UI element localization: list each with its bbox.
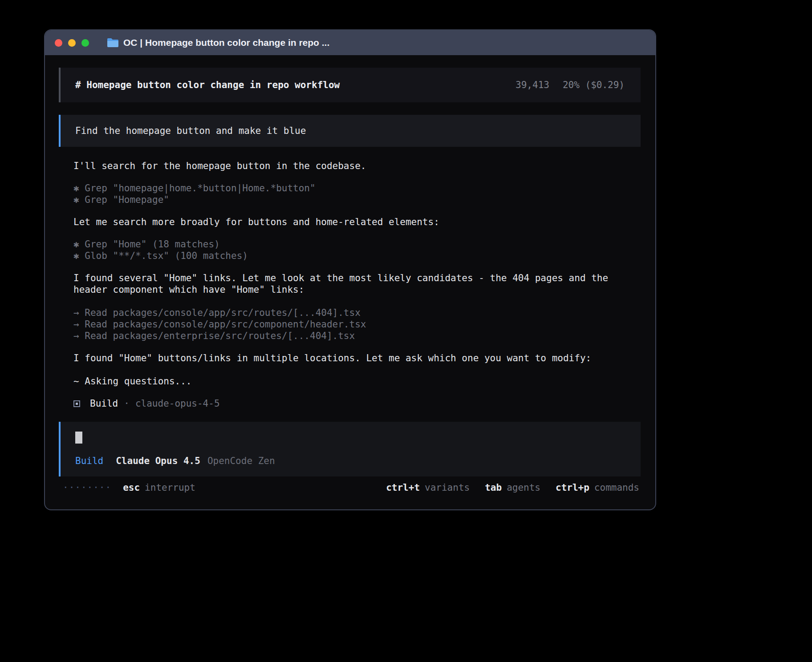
session-title: # Homepage button color change in repo w… [75,79,340,91]
transcript: I'll search for the homepage button in t… [59,160,641,409]
user-message-text: Find the homepage button and make it blu… [75,125,306,137]
build-agent-icon [73,400,80,407]
input-mode-badge[interactable]: Build [75,455,103,467]
esc-key-label: interrupt [145,482,195,493]
minimize-button[interactable] [68,39,76,47]
shortcut-variants: ctrl+t variants [386,482,470,493]
terminal-window: OC | Homepage button color change in rep… [44,29,656,510]
status-line: ~ Asking questions... [73,375,638,387]
spinner-dots: ········ [63,482,111,493]
agent-model: claude-opus-4-5 [135,398,220,409]
shortcut-commands: ctrl+p commands [556,482,639,493]
separator-dot: · [124,398,130,409]
token-count: 39,413 [516,80,549,90]
tool-call-line: ✱ Grep "homepage|home.*button|Home.*butt… [73,182,638,194]
titlebar[interactable]: OC | Homepage button color change in rep… [45,30,655,55]
session-header: # Homepage button color change in repo w… [59,68,641,102]
assistant-line: I'll search for the homepage button in t… [73,160,638,172]
assistant-line: I found several "Home" links. Let me loo… [73,272,638,295]
user-message: Find the homepage button and make it blu… [59,115,641,147]
tool-call-line: → Read packages/console/app/src/componen… [73,319,638,330]
statusbar: ········ esc interrupt ctrl+t variants t… [59,482,641,493]
shortcut-label: commands [594,482,639,493]
traffic-lights [55,39,89,47]
folder-icon [107,38,119,48]
close-button[interactable] [55,39,62,47]
agent-name: Build [90,398,118,409]
prompt-input[interactable]: Build Claude Opus 4.5 OpenCode Zen [59,422,641,476]
terminal-content: # Homepage button color change in repo w… [45,55,655,493]
text-cursor [75,432,82,444]
statusbar-left: ········ esc interrupt [63,482,195,493]
context-usage: 20% ($0.29) [563,80,625,90]
shortcut-key: ctrl+p [556,482,589,493]
tool-call-line: ✱ Glob "**/*.tsx" (100 matches) [73,250,638,262]
statusbar-right: ctrl+t variants tab agents ctrl+p comman… [371,482,639,493]
shortcut-key: ctrl+t [386,482,420,493]
assistant-line: I found "Home" buttons/links in multiple… [73,352,638,364]
window-title: OC | Homepage button color change in rep… [123,37,329,48]
tool-call-line: → Read packages/enterprise/src/routes/[.… [73,330,638,342]
shortcut-agents: tab agents [485,482,540,493]
input-meta: Build Claude Opus 4.5 OpenCode Zen [75,455,626,467]
input-provider-label: OpenCode Zen [207,455,275,467]
shortcut-label: variants [425,482,470,493]
session-meta: 39,41320% ($0.29) [516,79,625,91]
esc-key-hint: esc [123,482,140,493]
tool-call-line: ✱ Grep "Homepage" [73,194,638,206]
shortcut-label: agents [507,482,540,493]
tool-call-line: → Read packages/console/app/src/routes/[… [73,307,638,319]
input-model-label: Claude Opus 4.5 [116,455,200,467]
assistant-line: Let me search more broadly for buttons a… [73,216,638,228]
shortcut-key: tab [485,482,502,493]
zoom-button[interactable] [81,39,89,47]
agent-row: Build · claude-opus-4-5 [73,398,638,409]
tool-call-line: ✱ Grep "Home" (18 matches) [73,238,638,250]
